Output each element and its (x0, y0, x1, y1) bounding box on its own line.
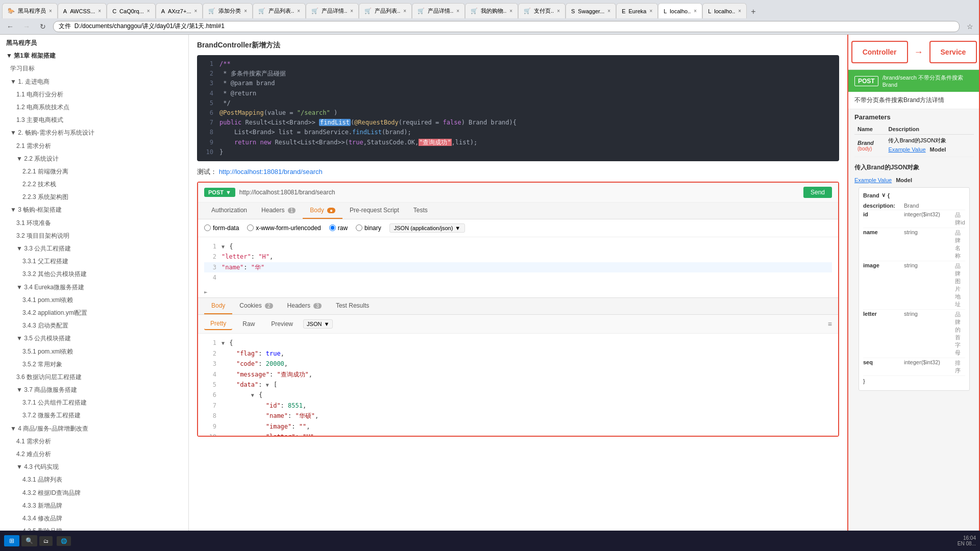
sidebar-item-2-1[interactable]: 2.1 需求分析 (0, 140, 188, 153)
radio-form-data[interactable]: form-data (204, 224, 239, 232)
sidebar-item-3-4[interactable]: ▼ 3.4 Eureka微服务搭建 (0, 281, 188, 294)
tab-payment[interactable]: 🛒 支付页.. × (518, 3, 566, 18)
response-format-selector[interactable]: JSON ▼ (303, 319, 333, 329)
controller-box[interactable]: Controller (851, 41, 908, 63)
sidebar-item-4-3-2[interactable]: 4.3.2 根据ID查询品牌 (0, 487, 188, 499)
sidebar-item-2[interactable]: ▼ 2. 畅购-需求分析与系统设计 (0, 127, 188, 139)
tab-heimachengxuyuan[interactable]: 🐎 黑马程序员 × (2, 3, 58, 18)
sidebar-item-3-7-2[interactable]: 3.7.2 微服务工程搭建 (0, 409, 188, 422)
detail-tab-model[interactable]: Model (896, 177, 912, 183)
sidebar-item-3[interactable]: ▼ 3 畅购-框架搭建 (0, 204, 188, 216)
content-type-selector[interactable]: JSON (application/json) ▼ (389, 223, 465, 233)
tab-close-icon[interactable]: × (147, 8, 150, 14)
sidebar-item-4-3-4[interactable]: 4.3.4 修改品牌 (0, 512, 188, 525)
send-button[interactable]: Send (803, 187, 832, 198)
tab-close-icon[interactable]: × (694, 8, 697, 14)
sidebar-item-2-2[interactable]: ▼ 2.2 系统设计 (0, 153, 188, 165)
new-tab-button[interactable]: + (747, 5, 760, 18)
tab-model[interactable]: Model (930, 146, 946, 153)
tab-tests[interactable]: Tests (406, 203, 435, 219)
radio-urlencoded[interactable]: x-www-form-urlencoded (247, 224, 321, 232)
sidebar-item-2-2-3[interactable]: 2.2.3 系统架构图 (0, 191, 188, 204)
taskbar-search[interactable]: 🔍 (21, 535, 37, 546)
sidebar-item-3-7-1[interactable]: 3.7.1 公共组件工程搭建 (0, 396, 188, 409)
resp-tab-test-results[interactable]: Test Results (329, 298, 376, 314)
sidebar-item-4-3-1[interactable]: 4.3.1 品牌列表 (0, 473, 188, 486)
resp-tab-cookies[interactable]: Cookies 2 (232, 298, 280, 314)
service-box[interactable]: Service (929, 41, 977, 63)
tab-close-icon[interactable]: × (297, 8, 300, 14)
tab-cart[interactable]: 🛒 我的购物.. × (465, 3, 518, 18)
tab-close-icon[interactable]: × (194, 8, 198, 14)
test-url-link[interactable]: http://localhost:18081/brand/search (219, 168, 323, 176)
method-badge[interactable]: POST ▼ (204, 188, 235, 197)
resp-sub-preview[interactable]: Preview (265, 318, 299, 330)
start-button[interactable]: ⊞ (4, 535, 19, 546)
tab-add-category[interactable]: 🛒 添加分类 × (203, 3, 253, 18)
back-button[interactable]: ← (4, 20, 16, 33)
refresh-button[interactable]: ↻ (37, 20, 49, 33)
sidebar-item-3-1[interactable]: 3.1 环境准备 (0, 217, 188, 230)
sidebar-item-3-5[interactable]: ▼ 3.5 公共模块搭建 (0, 332, 188, 345)
bookmark-button[interactable]: ☆ (964, 20, 976, 33)
forward-button[interactable]: → (20, 20, 33, 33)
resp-sub-pretty[interactable]: Pretty (204, 318, 232, 330)
tab-product-list1[interactable]: 🛒 产品列表.. × (253, 3, 306, 18)
sidebar-item-4[interactable]: ▼ 4 商品/服务-品牌增删改查 (0, 422, 188, 435)
tab-close-icon[interactable]: × (509, 8, 512, 14)
sidebar-item-3-3[interactable]: ▼ 3.3 公共工程搭建 (0, 242, 188, 255)
sidebar-item-4-3[interactable]: ▼ 4.3 代码实现 (0, 461, 188, 473)
request-body[interactable]: 1 ▼ { 2 "letter": "H", 3 "name": "华" 4 (198, 237, 838, 287)
resp-sub-raw[interactable]: Raw (236, 318, 261, 330)
tab-eureka[interactable]: E Eureka × (616, 3, 658, 18)
tab-localhost2[interactable]: L localho.. × (702, 3, 747, 18)
tab-close-icon[interactable]: × (244, 8, 247, 14)
tab-close-icon[interactable]: × (649, 8, 652, 14)
sidebar-item-3-4-3[interactable]: 3.4.3 启动类配置 (0, 319, 188, 332)
tab-close-icon[interactable]: × (557, 8, 560, 14)
sidebar-item-2-2-2[interactable]: 2.2.2 技术栈 (0, 178, 188, 191)
tab-caq0rq[interactable]: C CaQ0rq... × (107, 3, 155, 18)
sidebar-item-2-2-1[interactable]: 2.2.1 前端微分离 (0, 165, 188, 178)
taskbar-icon-1[interactable]: 🗂 (39, 536, 53, 546)
sidebar-item-3-4-2[interactable]: 3.4.2 appliation.yml配置 (0, 307, 188, 319)
sidebar-item-objective[interactable]: 学习目标 (0, 62, 188, 75)
sidebar-item-chapter1[interactable]: ▼ 第1章 框架搭建 (0, 49, 188, 62)
resp-tab-body[interactable]: Body (204, 298, 232, 314)
tab-localhost1[interactable]: L localho.. × (658, 3, 702, 18)
sidebar-item-4-2[interactable]: 4.2 难点分析 (0, 448, 188, 461)
tab-axrz7[interactable]: A AXrz7+... × (156, 3, 203, 18)
sidebar-item-1-3[interactable]: 1.3 主要电商模式 (0, 114, 188, 127)
sidebar-item-ecommerce[interactable]: ▼ 1. 走进电商 (0, 76, 188, 88)
tab-close-icon[interactable]: × (98, 8, 101, 14)
wrap-icon[interactable]: ≡ (828, 320, 832, 328)
tab-product-list2[interactable]: 🛒 产品列表.. × (359, 3, 412, 18)
sidebar-item-3-3-1[interactable]: 3.3.1 父工程搭建 (0, 255, 188, 268)
tab-close-icon[interactable]: × (49, 8, 52, 14)
sidebar-item-3-2[interactable]: 3.2 项目目架构说明 (0, 230, 188, 242)
sidebar-item-3-3-2[interactable]: 3.3.2 其他公共模块搭建 (0, 268, 188, 281)
tab-close-icon[interactable]: × (607, 8, 610, 14)
tab-product-detail2[interactable]: 🛒 产品详情.. × (412, 3, 465, 18)
resp-tab-headers[interactable]: Headers 3 (280, 298, 329, 314)
sidebar-item-4-3-3[interactable]: 4.3.3 新增品牌 (0, 499, 188, 512)
tab-close-icon[interactable]: × (456, 8, 459, 14)
sidebar-item-1-2[interactable]: 1.2 电商系统技术点 (0, 101, 188, 114)
tab-headers[interactable]: Headers 1 (254, 203, 303, 219)
sidebar-item-4-1[interactable]: 4.1 需求分析 (0, 435, 188, 448)
radio-raw[interactable]: raw (329, 224, 348, 232)
detail-tab-example[interactable]: Example Value (854, 177, 892, 183)
tab-swagger[interactable]: S Swagger... × (566, 3, 616, 18)
address-input[interactable] (53, 21, 960, 32)
tab-close-icon[interactable]: × (350, 8, 353, 14)
tab-pre-request[interactable]: Pre-request Script (342, 203, 406, 219)
tab-close-icon[interactable]: × (403, 8, 406, 14)
sidebar-item-3-5-2[interactable]: 3.5.2 常用对象 (0, 358, 188, 371)
sidebar-item-1-1[interactable]: 1.1 电商行业分析 (0, 88, 188, 101)
tab-body[interactable]: Body ● (303, 203, 342, 219)
taskbar-icon-chrome[interactable]: 🌐 (57, 536, 71, 546)
radio-binary[interactable]: binary (356, 224, 381, 232)
tab-close-icon[interactable]: × (738, 8, 741, 14)
sidebar-item-3-7[interactable]: ▼ 3.7 商品微服务搭建 (0, 384, 188, 396)
sidebar-item-3-6[interactable]: 3.6 数据访问层工程搭建 (0, 371, 188, 384)
